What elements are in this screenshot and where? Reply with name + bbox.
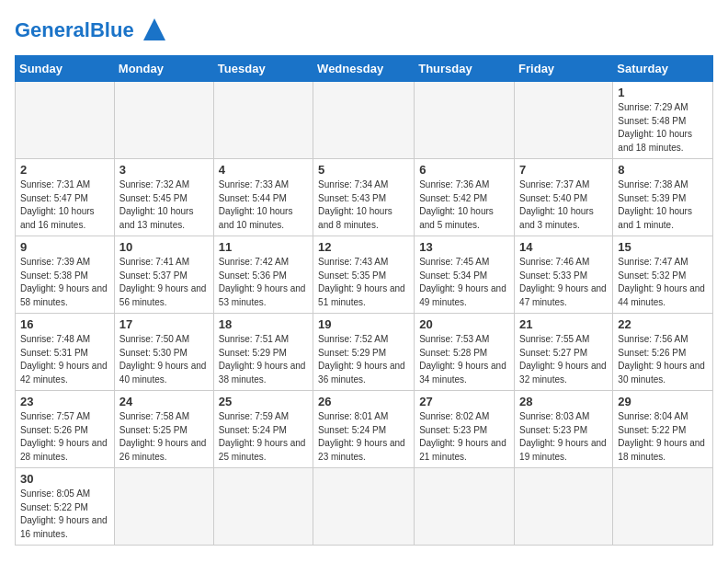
day-info: Sunrise: 8:04 AM Sunset: 5:22 PM Dayligh… — [618, 410, 708, 464]
calendar-cell: 25Sunrise: 7:59 AM Sunset: 5:24 PM Dayli… — [213, 391, 313, 468]
calendar-header-row: SundayMondayTuesdayWednesdayThursdayFrid… — [16, 56, 713, 82]
day-info: Sunrise: 7:32 AM Sunset: 5:45 PM Dayligh… — [119, 178, 209, 232]
calendar-cell — [313, 82, 415, 159]
day-number: 21 — [519, 317, 608, 331]
day-number: 19 — [318, 317, 409, 331]
day-number: 17 — [119, 317, 209, 331]
calendar-cell: 2Sunrise: 7:31 AM Sunset: 5:47 PM Daylig… — [16, 159, 115, 236]
day-number: 15 — [618, 240, 708, 254]
svg-marker-0 — [143, 18, 165, 40]
calendar-week-row: 1Sunrise: 7:29 AM Sunset: 5:48 PM Daylig… — [16, 82, 713, 159]
day-info: Sunrise: 7:59 AM Sunset: 5:24 PM Dayligh… — [219, 410, 308, 464]
col-header-sunday: Sunday — [16, 56, 115, 82]
calendar-cell: 27Sunrise: 8:02 AM Sunset: 5:23 PM Dayli… — [415, 391, 515, 468]
day-number: 5 — [318, 163, 409, 177]
calendar-cell: 1Sunrise: 7:29 AM Sunset: 5:48 PM Daylig… — [613, 82, 713, 159]
day-number: 10 — [119, 240, 209, 254]
day-number: 23 — [20, 395, 109, 408]
calendar-cell: 11Sunrise: 7:42 AM Sunset: 5:36 PM Dayli… — [213, 236, 313, 314]
day-info: Sunrise: 7:37 AM Sunset: 5:40 PM Dayligh… — [519, 178, 608, 232]
calendar-cell: 5Sunrise: 7:34 AM Sunset: 5:43 PM Daylig… — [313, 159, 415, 236]
calendar-cell: 26Sunrise: 8:01 AM Sunset: 5:24 PM Dayli… — [313, 391, 415, 468]
day-info: Sunrise: 7:52 AM Sunset: 5:29 PM Dayligh… — [318, 333, 409, 386]
day-number: 30 — [20, 472, 109, 486]
day-info: Sunrise: 7:48 AM Sunset: 5:31 PM Dayligh… — [20, 333, 109, 386]
calendar-cell: 21Sunrise: 7:55 AM Sunset: 5:27 PM Dayli… — [515, 314, 613, 391]
logo-general: General — [15, 18, 90, 41]
logo-text: GeneralBlue — [15, 20, 134, 40]
day-info: Sunrise: 7:31 AM Sunset: 5:47 PM Dayligh… — [20, 178, 109, 232]
day-info: Sunrise: 7:38 AM Sunset: 5:39 PM Dayligh… — [618, 178, 708, 232]
calendar-cell: 15Sunrise: 7:47 AM Sunset: 5:32 PM Dayli… — [613, 236, 713, 314]
calendar-cell: 28Sunrise: 8:03 AM Sunset: 5:23 PM Dayli… — [515, 391, 613, 468]
day-number: 12 — [318, 240, 409, 254]
day-info: Sunrise: 7:55 AM Sunset: 5:27 PM Dayligh… — [519, 333, 608, 386]
day-info: Sunrise: 7:33 AM Sunset: 5:44 PM Dayligh… — [219, 178, 308, 232]
calendar-cell — [515, 82, 613, 159]
calendar-cell: 9Sunrise: 7:39 AM Sunset: 5:38 PM Daylig… — [16, 236, 115, 314]
day-info: Sunrise: 7:43 AM Sunset: 5:35 PM Dayligh… — [318, 256, 409, 309]
day-info: Sunrise: 7:56 AM Sunset: 5:26 PM Dayligh… — [618, 333, 708, 386]
calendar-cell — [313, 468, 415, 546]
day-number: 2 — [20, 163, 109, 177]
day-number: 26 — [318, 395, 409, 408]
calendar-cell — [213, 468, 313, 546]
day-info: Sunrise: 7:42 AM Sunset: 5:36 PM Dayligh… — [219, 256, 308, 309]
calendar-cell: 30Sunrise: 8:05 AM Sunset: 5:22 PM Dayli… — [16, 468, 115, 546]
day-number: 7 — [519, 163, 608, 177]
calendar-cell: 14Sunrise: 7:46 AM Sunset: 5:33 PM Dayli… — [515, 236, 613, 314]
calendar-week-row: 23Sunrise: 7:57 AM Sunset: 5:26 PM Dayli… — [16, 391, 713, 468]
day-number: 22 — [618, 317, 708, 331]
day-info: Sunrise: 7:47 AM Sunset: 5:32 PM Dayligh… — [618, 256, 708, 309]
day-info: Sunrise: 7:34 AM Sunset: 5:43 PM Dayligh… — [318, 178, 409, 232]
calendar-cell: 8Sunrise: 7:38 AM Sunset: 5:39 PM Daylig… — [613, 159, 713, 236]
day-number: 20 — [419, 317, 509, 331]
calendar-cell: 22Sunrise: 7:56 AM Sunset: 5:26 PM Dayli… — [613, 314, 713, 391]
day-info: Sunrise: 7:58 AM Sunset: 5:25 PM Dayligh… — [119, 410, 209, 464]
calendar-cell: 4Sunrise: 7:33 AM Sunset: 5:44 PM Daylig… — [213, 159, 313, 236]
day-number: 6 — [419, 163, 509, 177]
day-info: Sunrise: 8:05 AM Sunset: 5:22 PM Dayligh… — [20, 488, 109, 541]
page-header: GeneralBlue — [15, 15, 713, 46]
col-header-saturday: Saturday — [613, 56, 713, 82]
day-info: Sunrise: 8:02 AM Sunset: 5:23 PM Dayligh… — [419, 410, 509, 464]
day-number: 18 — [219, 317, 308, 331]
calendar-cell: 6Sunrise: 7:36 AM Sunset: 5:42 PM Daylig… — [415, 159, 515, 236]
logo: GeneralBlue — [15, 15, 167, 46]
day-info: Sunrise: 8:01 AM Sunset: 5:24 PM Dayligh… — [318, 410, 409, 464]
calendar-week-row: 9Sunrise: 7:39 AM Sunset: 5:38 PM Daylig… — [16, 236, 713, 314]
day-number: 1 — [618, 86, 708, 99]
calendar-cell — [415, 82, 515, 159]
day-info: Sunrise: 7:39 AM Sunset: 5:38 PM Dayligh… — [20, 256, 109, 309]
col-header-friday: Friday — [515, 56, 613, 82]
col-header-wednesday: Wednesday — [313, 56, 415, 82]
day-info: Sunrise: 7:41 AM Sunset: 5:37 PM Dayligh… — [119, 256, 209, 309]
day-info: Sunrise: 7:46 AM Sunset: 5:33 PM Dayligh… — [519, 256, 608, 309]
day-info: Sunrise: 7:57 AM Sunset: 5:26 PM Dayligh… — [20, 410, 109, 464]
day-number: 13 — [419, 240, 509, 254]
calendar-cell — [515, 468, 613, 546]
day-info: Sunrise: 7:29 AM Sunset: 5:48 PM Dayligh… — [618, 101, 708, 155]
day-number: 11 — [219, 240, 308, 254]
calendar-cell — [415, 468, 515, 546]
calendar-cell — [114, 82, 213, 159]
day-info: Sunrise: 7:36 AM Sunset: 5:42 PM Dayligh… — [419, 178, 509, 232]
calendar-cell — [16, 82, 115, 159]
calendar-cell: 12Sunrise: 7:43 AM Sunset: 5:35 PM Dayli… — [313, 236, 415, 314]
day-number: 16 — [20, 317, 109, 331]
col-header-thursday: Thursday — [415, 56, 515, 82]
day-number: 9 — [20, 240, 109, 254]
day-info: Sunrise: 7:51 AM Sunset: 5:29 PM Dayligh… — [219, 333, 308, 386]
day-number: 27 — [419, 395, 509, 408]
calendar-cell: 7Sunrise: 7:37 AM Sunset: 5:40 PM Daylig… — [515, 159, 613, 236]
calendar-cell — [114, 468, 213, 546]
day-info: Sunrise: 7:50 AM Sunset: 5:30 PM Dayligh… — [119, 333, 209, 386]
calendar-table: SundayMondayTuesdayWednesdayThursdayFrid… — [15, 55, 713, 546]
calendar-week-row: 2Sunrise: 7:31 AM Sunset: 5:47 PM Daylig… — [16, 159, 713, 236]
calendar-week-row: 30Sunrise: 8:05 AM Sunset: 5:22 PM Dayli… — [16, 468, 713, 546]
calendar-cell: 3Sunrise: 7:32 AM Sunset: 5:45 PM Daylig… — [114, 159, 213, 236]
day-number: 24 — [119, 395, 209, 408]
day-number: 8 — [618, 163, 708, 177]
day-number: 14 — [519, 240, 608, 254]
calendar-cell: 20Sunrise: 7:53 AM Sunset: 5:28 PM Dayli… — [415, 314, 515, 391]
